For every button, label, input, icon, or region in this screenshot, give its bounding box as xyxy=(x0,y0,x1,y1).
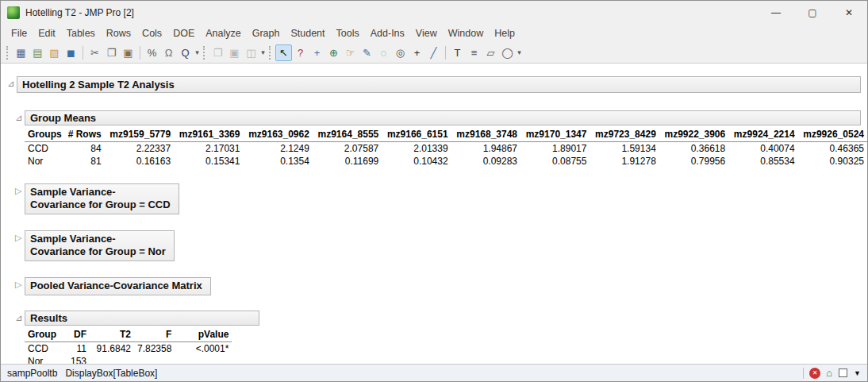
menu-rows[interactable]: Rows xyxy=(101,25,136,41)
column-header: mz9168_3748 xyxy=(451,128,520,142)
oval-tool-icon[interactable]: ◯ xyxy=(499,44,516,61)
copy-picture-icon[interactable]: ▣ xyxy=(226,44,243,61)
table-cell: 0.36618 xyxy=(659,142,728,156)
table-cell: 0.11699 xyxy=(313,155,382,168)
magnifier-tool-icon[interactable]: ◎ xyxy=(392,44,409,61)
cut-icon[interactable]: ✂ xyxy=(86,44,103,61)
app-window: Hotelling T2 - JMP Pro [2] — ▢ ✕ File Ed… xyxy=(0,0,868,382)
menu-doe[interactable]: DOE xyxy=(167,25,200,41)
disclosure-collapsed-icon[interactable]: ▷ xyxy=(15,183,25,199)
menu-cols[interactable]: Cols xyxy=(136,25,167,41)
section-title: Group Means xyxy=(30,112,96,124)
disclosure-collapsed-icon[interactable]: ▷ xyxy=(15,277,25,292)
report-title-bar[interactable]: Hotelling 2 Sample T2 Analysis xyxy=(17,76,861,93)
menu-edit[interactable]: Edit xyxy=(33,25,61,41)
table-cell: 2.07587 xyxy=(313,142,382,156)
column-header: # Rows xyxy=(65,128,105,142)
table-cell: 0.16163 xyxy=(105,155,174,168)
toolbar-grip[interactable] xyxy=(269,46,271,60)
lasso-tool-icon[interactable]: ◌ xyxy=(375,44,392,61)
plus-tool-icon[interactable]: + xyxy=(409,44,425,61)
error-log-icon[interactable]: ✕ xyxy=(809,368,820,379)
globe-tool-icon[interactable]: ⊕ xyxy=(325,44,342,61)
scribble-tool-icon[interactable]: ╱ xyxy=(425,44,442,61)
search-icon[interactable]: Q xyxy=(177,44,194,61)
toolbar-separator xyxy=(140,46,140,60)
save-icon[interactable]: ◼ xyxy=(63,44,79,61)
line-tool-icon[interactable]: ≡ xyxy=(466,44,482,61)
disclosure-open-icon[interactable]: ⊿ xyxy=(15,311,25,326)
paste-special-icon[interactable]: ❐ xyxy=(209,44,226,61)
column-header: mz9166_6151 xyxy=(382,128,451,142)
table-header-row: Group DF T2 F pValue xyxy=(25,328,232,342)
disclosure-collapsed-icon[interactable]: ▷ xyxy=(15,230,25,245)
toolbar-separator xyxy=(445,46,446,60)
import-icon[interactable]: ◫ xyxy=(243,44,259,61)
menu-graph[interactable]: Graph xyxy=(247,25,286,41)
close-button[interactable]: ✕ xyxy=(831,1,867,25)
window-title: Hotelling T2 - JMP Pro [2] xyxy=(25,7,134,18)
paste-icon[interactable]: ▣ xyxy=(120,44,136,61)
section-pooled-vc-matrix[interactable]: Pooled Variance-Covariance Matrix xyxy=(25,277,211,295)
properties-icon[interactable]: % xyxy=(144,44,160,61)
status-checkbox[interactable] xyxy=(839,368,847,377)
results-table: Group DF T2 F pValue CCD 11 91.6842 7.82… xyxy=(25,328,232,364)
table-cell: 91.6842 xyxy=(90,342,134,356)
column-header: DF xyxy=(61,328,90,342)
report-area: ⊿ Hotelling 2 Sample T2 Analysis ⊿ Group… xyxy=(1,64,867,364)
brush-tool-icon[interactable]: ✎ xyxy=(359,44,375,61)
section-title: Pooled Variance-Covariance Matrix xyxy=(30,280,202,292)
new-data-table-icon[interactable]: ▦ xyxy=(13,44,29,61)
table-cell: 2.1249 xyxy=(243,142,312,156)
minimize-button[interactable]: — xyxy=(758,1,794,25)
section-sample-vc-nor[interactable]: Sample Variance- Covariance for Group = … xyxy=(25,230,175,261)
table-cell: 153 xyxy=(61,355,90,364)
disclosure-open-icon[interactable]: ⊿ xyxy=(15,110,25,125)
status-bar: sampPooltb DisplayBox[TableBox] ✕ ⌂ ▼ xyxy=(1,364,867,381)
dropdown-arrow-icon[interactable]: ▾ xyxy=(194,48,201,56)
toolbar-grip[interactable] xyxy=(203,46,205,60)
status-table-name: sampPooltb xyxy=(7,368,57,379)
copy-icon[interactable]: ❐ xyxy=(103,44,120,61)
menu-tables[interactable]: Tables xyxy=(61,25,101,41)
maximize-button[interactable]: ▢ xyxy=(794,1,831,25)
column-header: T2 xyxy=(90,328,134,342)
status-dropdown-icon[interactable]: ▼ xyxy=(854,369,861,377)
dropdown-arrow-icon[interactable]: ▾ xyxy=(259,48,267,56)
menu-bar: File Edit Tables Rows Cols DOE Analyze G… xyxy=(1,25,867,42)
group-means-header[interactable]: Group Means xyxy=(25,110,861,125)
status-separator xyxy=(803,368,804,379)
title-bar: Hotelling T2 - JMP Pro [2] — ▢ ✕ xyxy=(1,1,867,25)
open-icon[interactable]: ▧ xyxy=(46,44,63,61)
menu-window[interactable]: Window xyxy=(443,25,489,41)
help-tool-icon[interactable]: ? xyxy=(292,44,309,61)
menu-tools[interactable]: Tools xyxy=(331,25,365,41)
disclosure-open-icon[interactable]: ⊿ xyxy=(7,76,17,91)
dropdown-arrow-icon[interactable]: ▾ xyxy=(516,48,523,56)
menu-addins[interactable]: Add-Ins xyxy=(365,25,410,41)
table-cell: 0.1354 xyxy=(243,155,312,168)
toolbar-grip[interactable] xyxy=(6,46,9,60)
menu-analyze[interactable]: Analyze xyxy=(200,25,246,41)
polygon-tool-icon[interactable]: ▱ xyxy=(482,44,499,61)
menu-help[interactable]: Help xyxy=(489,25,520,41)
menu-view[interactable]: View xyxy=(410,25,443,41)
arrow-tool-icon[interactable]: ↖ xyxy=(275,44,292,61)
toolbar: ▦ ▤ ▧ ◼ ✂ ❐ ▣ % Ω Q ▾ ❐ ▣ ◫ ▾ ↖ ? + ⊕ ☞ … xyxy=(1,42,867,64)
results-header[interactable]: Results xyxy=(25,311,259,326)
status-displaybox: DisplayBox[TableBox] xyxy=(65,368,157,379)
section-title-line2: Covariance for Group = CCD xyxy=(30,199,171,211)
column-header: mz9924_2214 xyxy=(728,128,797,142)
grabber-tool-icon[interactable]: ☞ xyxy=(342,44,359,61)
table-header-row: Groups # Rows mz9159_5779 mz9161_3369 mz… xyxy=(25,128,867,142)
lock-icon[interactable]: Ω xyxy=(160,44,177,61)
section-sample-vc-ccd[interactable]: Sample Variance- Covariance for Group = … xyxy=(25,183,179,214)
new-journal-icon[interactable]: ▤ xyxy=(29,44,46,61)
table-cell xyxy=(90,355,134,364)
scroll-home-icon[interactable]: ⌂ xyxy=(826,367,832,379)
column-header: F xyxy=(134,328,175,342)
annotate-tool-icon[interactable]: T xyxy=(449,44,466,61)
menu-file[interactable]: File xyxy=(6,25,33,41)
crosshair-tool-icon[interactable]: + xyxy=(309,44,325,61)
menu-student[interactable]: Student xyxy=(285,25,330,41)
